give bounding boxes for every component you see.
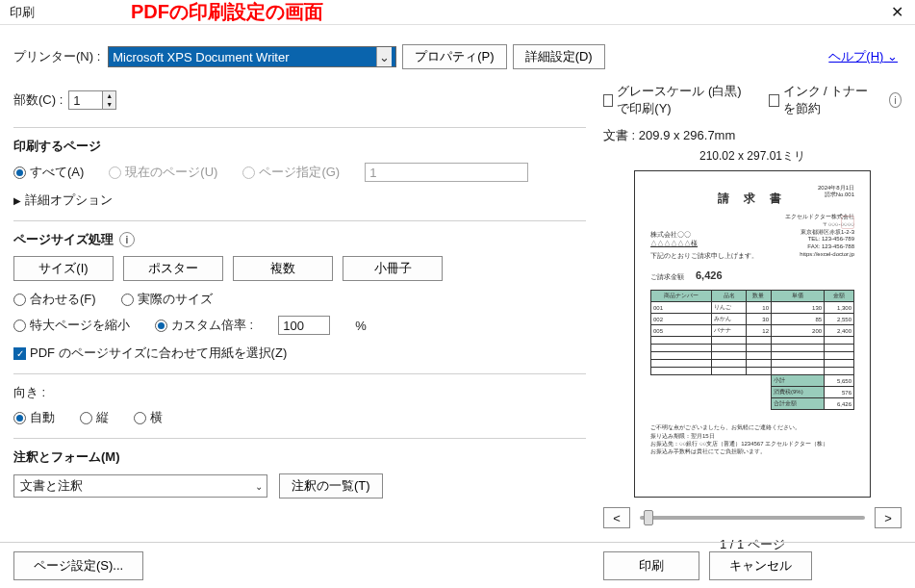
copies-label: 部数(C) : (13, 91, 63, 109)
percent-label: % (355, 319, 367, 333)
page-dimension-label: 210.02 x 297.01ミリ (603, 148, 902, 165)
orient-landscape-radio[interactable]: 横 (134, 409, 163, 426)
document-size-label: 文書 : 209.9 x 296.7mm (603, 127, 902, 144)
spin-up-icon[interactable]: ▲ (103, 91, 115, 100)
prev-page-button[interactable]: < (603, 507, 630, 528)
triangle-right-icon: ▶ (13, 195, 21, 206)
copies-input[interactable]: 1 ▲▼ (68, 90, 116, 110)
pages-current-radio[interactable]: 現在のページ(U) (109, 164, 217, 181)
advanced-button[interactable]: 詳細設定(D) (513, 44, 605, 69)
poster-tab[interactable]: ポスター (123, 256, 223, 281)
spin-down-icon[interactable]: ▼ (103, 100, 115, 109)
orientation-heading: 向き : (13, 384, 586, 401)
shrink-radio[interactable]: 特大ページを縮小 (13, 317, 130, 334)
custom-scale-input[interactable]: 100 (278, 316, 330, 335)
properties-button[interactable]: プロパティ(P) (402, 44, 506, 69)
printer-label: プリンター(N) : (13, 48, 100, 65)
next-page-button[interactable]: > (875, 507, 902, 528)
overlay-annotation: PDFの印刷設定の画面 (131, 0, 323, 25)
printer-value: Microsoft XPS Document Writer (113, 50, 289, 64)
help-link[interactable]: ヘルプ(H) ⌄ (828, 48, 898, 65)
close-icon[interactable]: ✕ (885, 3, 909, 21)
chevron-down-icon[interactable]: ⌄ (376, 47, 392, 66)
page-setup-button[interactable]: ページ設定(S)... (13, 551, 143, 580)
info-icon[interactable]: i (889, 92, 902, 108)
advanced-options-toggle[interactable]: ▶詳細オプション (13, 192, 586, 209)
cancel-button[interactable]: キャンセル (709, 551, 812, 580)
info-icon[interactable]: i (119, 232, 135, 247)
orient-portrait-radio[interactable]: 縦 (80, 409, 109, 426)
annot-heading: 注釈とフォーム(M) (13, 448, 586, 466)
size-tab[interactable]: サイズ(I) (13, 256, 114, 281)
choose-paper-checkbox[interactable]: ✓PDF のページサイズに合わせて用紙を選択(Z) (13, 345, 586, 362)
annot-list-button[interactable]: 注釈の一覧(T) (279, 473, 383, 499)
print-button[interactable]: 印刷 (603, 551, 699, 580)
actual-radio[interactable]: 実際のサイズ (121, 291, 213, 308)
page-range-input[interactable]: 1 (365, 163, 528, 182)
fit-radio[interactable]: 合わせる(F) (13, 291, 96, 308)
multiple-tab[interactable]: 複数 (233, 256, 333, 281)
grayscale-checkbox[interactable]: グレースケール (白黒) で印刷(Y) (603, 83, 755, 117)
pages-heading: 印刷するページ (13, 138, 586, 155)
sizing-heading: ページサイズ処理 (13, 231, 114, 248)
printer-select[interactable]: Microsoft XPS Document Writer ⌄ (108, 46, 396, 67)
pages-range-radio[interactable]: ページ指定(G) (242, 164, 340, 181)
print-preview: 2024年8月1日請求No.001 請 求 書 株式会社〇〇△△△△△△様下記の… (634, 170, 871, 498)
orient-auto-radio[interactable]: 自動 (13, 409, 55, 426)
pages-all-radio[interactable]: すべて(A) (13, 164, 84, 181)
custom-radio[interactable]: カスタム倍率 : (155, 317, 253, 334)
chevron-down-icon[interactable]: ⌄ (255, 481, 263, 492)
savetoner-checkbox[interactable]: インク / トナーを節約 (769, 83, 876, 117)
preview-table: 商品ナンバー品名数量単価金額 001りんご101301,300002みかん308… (650, 290, 854, 410)
booklet-tab[interactable]: 小冊子 (343, 256, 443, 281)
page-slider[interactable] (640, 516, 865, 520)
annot-form-select[interactable]: 文書と注釈⌄ (13, 474, 267, 498)
window-title: 印刷 (10, 4, 35, 21)
